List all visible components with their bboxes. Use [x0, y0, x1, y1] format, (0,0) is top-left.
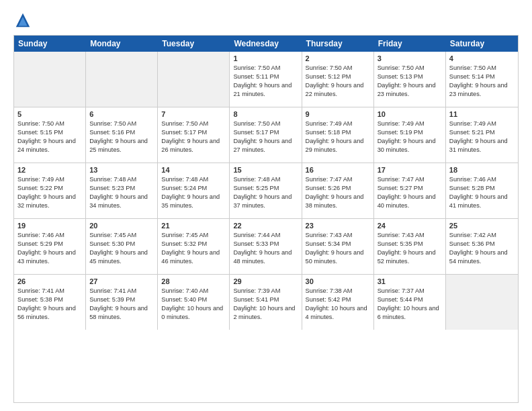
- calendar-cell-8: 8Sunrise: 7:50 AM Sunset: 5:17 PM Daylig…: [230, 107, 302, 163]
- calendar-cell-14: 14Sunrise: 7:48 AM Sunset: 5:24 PM Dayli…: [158, 163, 230, 218]
- calendar-row-3: 19Sunrise: 7:46 AM Sunset: 5:29 PM Dayli…: [14, 218, 518, 274]
- calendar-cell-empty-6: [446, 275, 518, 330]
- cell-info: Sunrise: 7:49 AM Sunset: 5:18 PM Dayligh…: [306, 120, 370, 154]
- cell-info: Sunrise: 7:43 AM Sunset: 5:35 PM Dayligh…: [378, 231, 442, 266]
- calendar-cell-22: 22Sunrise: 7:44 AM Sunset: 5:33 PM Dayli…: [230, 219, 302, 274]
- calendar-cell-23: 23Sunrise: 7:43 AM Sunset: 5:34 PM Dayli…: [302, 219, 374, 274]
- calendar-cell-12: 12Sunrise: 7:49 AM Sunset: 5:22 PM Dayli…: [14, 163, 86, 218]
- cell-info: Sunrise: 7:49 AM Sunset: 5:22 PM Dayligh…: [17, 175, 82, 210]
- calendar-row-1: 5Sunrise: 7:50 AM Sunset: 5:15 PM Daylig…: [14, 107, 518, 163]
- cell-info: Sunrise: 7:46 AM Sunset: 5:29 PM Dayligh…: [17, 231, 82, 266]
- header-day-thursday: Thursday: [302, 36, 374, 52]
- cell-info: Sunrise: 7:50 AM Sunset: 5:14 PM Dayligh…: [449, 64, 515, 99]
- header-day-sunday: Sunday: [14, 36, 86, 52]
- calendar-cell-31: 31Sunrise: 7:37 AM Sunset: 5:44 PM Dayli…: [374, 275, 446, 330]
- cell-info: Sunrise: 7:50 AM Sunset: 5:11 PM Dayligh…: [233, 64, 298, 99]
- calendar-cell-24: 24Sunrise: 7:43 AM Sunset: 5:35 PM Dayli…: [374, 219, 446, 274]
- calendar-cell-27: 27Sunrise: 7:41 AM Sunset: 5:39 PM Dayli…: [86, 275, 158, 330]
- cell-info: Sunrise: 7:50 AM Sunset: 5:17 PM Dayligh…: [233, 120, 298, 154]
- cell-info: Sunrise: 7:43 AM Sunset: 5:34 PM Dayligh…: [306, 231, 370, 266]
- calendar-body: 1Sunrise: 7:50 AM Sunset: 5:11 PM Daylig…: [14, 52, 518, 330]
- calendar-cell-1: 1Sunrise: 7:50 AM Sunset: 5:11 PM Daylig…: [230, 52, 302, 107]
- calendar-cell-18: 18Sunrise: 7:46 AM Sunset: 5:28 PM Dayli…: [446, 163, 518, 218]
- calendar-cell-10: 10Sunrise: 7:49 AM Sunset: 5:19 PM Dayli…: [374, 107, 446, 163]
- calendar-cell-9: 9Sunrise: 7:49 AM Sunset: 5:18 PM Daylig…: [302, 107, 374, 163]
- calendar-cell-empty-2: [158, 52, 230, 107]
- cell-info: Sunrise: 7:39 AM Sunset: 5:41 PM Dayligh…: [233, 287, 298, 322]
- header-day-wednesday: Wednesday: [230, 36, 302, 52]
- header-day-friday: Friday: [374, 36, 446, 52]
- calendar-cell-11: 11Sunrise: 7:49 AM Sunset: 5:21 PM Dayli…: [446, 107, 518, 163]
- cell-info: Sunrise: 7:37 AM Sunset: 5:44 PM Dayligh…: [378, 287, 442, 322]
- calendar-row-2: 12Sunrise: 7:49 AM Sunset: 5:22 PM Dayli…: [14, 163, 518, 218]
- cell-info: Sunrise: 7:50 AM Sunset: 5:13 PM Dayligh…: [378, 64, 442, 99]
- cell-info: Sunrise: 7:42 AM Sunset: 5:36 PM Dayligh…: [449, 231, 515, 266]
- calendar-header: SundayMondayTuesdayWednesdayThursdayFrid…: [14, 36, 518, 52]
- day-number: 4: [449, 54, 515, 62]
- day-number: 19: [17, 222, 82, 230]
- calendar: SundayMondayTuesdayWednesdayThursdayFrid…: [13, 35, 519, 403]
- calendar-cell-20: 20Sunrise: 7:45 AM Sunset: 5:30 PM Dayli…: [86, 219, 158, 274]
- calendar-cell-17: 17Sunrise: 7:47 AM Sunset: 5:27 PM Dayli…: [374, 163, 446, 218]
- calendar-cell-7: 7Sunrise: 7:50 AM Sunset: 5:17 PM Daylig…: [158, 107, 230, 163]
- logo: [13, 11, 35, 30]
- day-number: 11: [449, 110, 515, 118]
- calendar-cell-6: 6Sunrise: 7:50 AM Sunset: 5:16 PM Daylig…: [86, 107, 158, 163]
- day-number: 21: [161, 222, 226, 230]
- header: [13, 11, 519, 30]
- day-number: 10: [378, 110, 442, 118]
- calendar-cell-15: 15Sunrise: 7:48 AM Sunset: 5:25 PM Dayli…: [230, 163, 302, 218]
- day-number: 17: [378, 166, 442, 174]
- calendar-cell-26: 26Sunrise: 7:41 AM Sunset: 5:38 PM Dayli…: [14, 275, 86, 330]
- day-number: 24: [378, 222, 442, 230]
- day-number: 7: [161, 110, 226, 118]
- calendar-cell-30: 30Sunrise: 7:38 AM Sunset: 5:42 PM Dayli…: [302, 275, 374, 330]
- cell-info: Sunrise: 7:44 AM Sunset: 5:33 PM Dayligh…: [233, 231, 298, 266]
- cell-info: Sunrise: 7:49 AM Sunset: 5:21 PM Dayligh…: [449, 120, 515, 154]
- day-number: 8: [233, 110, 298, 118]
- cell-info: Sunrise: 7:50 AM Sunset: 5:17 PM Dayligh…: [161, 120, 226, 154]
- day-number: 25: [449, 222, 515, 230]
- cell-info: Sunrise: 7:41 AM Sunset: 5:39 PM Dayligh…: [89, 287, 154, 322]
- header-day-tuesday: Tuesday: [158, 36, 230, 52]
- cell-info: Sunrise: 7:45 AM Sunset: 5:32 PM Dayligh…: [161, 231, 226, 266]
- day-number: 2: [306, 54, 370, 62]
- calendar-cell-2: 2Sunrise: 7:50 AM Sunset: 5:12 PM Daylig…: [302, 52, 374, 107]
- day-number: 20: [89, 222, 154, 230]
- cell-info: Sunrise: 7:50 AM Sunset: 5:12 PM Dayligh…: [306, 64, 370, 99]
- day-number: 16: [306, 166, 370, 174]
- cell-info: Sunrise: 7:46 AM Sunset: 5:28 PM Dayligh…: [449, 175, 515, 210]
- day-number: 13: [89, 166, 154, 174]
- calendar-cell-13: 13Sunrise: 7:48 AM Sunset: 5:23 PM Dayli…: [86, 163, 158, 218]
- cell-info: Sunrise: 7:40 AM Sunset: 5:40 PM Dayligh…: [161, 287, 226, 322]
- calendar-cell-21: 21Sunrise: 7:45 AM Sunset: 5:32 PM Dayli…: [158, 219, 230, 274]
- cell-info: Sunrise: 7:48 AM Sunset: 5:25 PM Dayligh…: [233, 175, 298, 210]
- day-number: 23: [306, 222, 370, 230]
- day-number: 5: [17, 110, 82, 118]
- cell-info: Sunrise: 7:48 AM Sunset: 5:23 PM Dayligh…: [89, 175, 154, 210]
- cell-info: Sunrise: 7:50 AM Sunset: 5:15 PM Dayligh…: [17, 120, 82, 154]
- day-number: 28: [161, 277, 226, 285]
- day-number: 29: [233, 277, 298, 285]
- cell-info: Sunrise: 7:41 AM Sunset: 5:38 PM Dayligh…: [17, 287, 82, 322]
- calendar-cell-empty-0: [14, 52, 86, 107]
- day-number: 27: [89, 277, 154, 285]
- day-number: 30: [306, 277, 370, 285]
- cell-info: Sunrise: 7:38 AM Sunset: 5:42 PM Dayligh…: [306, 287, 370, 322]
- calendar-cell-16: 16Sunrise: 7:47 AM Sunset: 5:26 PM Dayli…: [302, 163, 374, 218]
- header-day-saturday: Saturday: [446, 36, 518, 52]
- day-number: 22: [233, 222, 298, 230]
- cell-info: Sunrise: 7:45 AM Sunset: 5:30 PM Dayligh…: [89, 231, 154, 266]
- cell-info: Sunrise: 7:47 AM Sunset: 5:27 PM Dayligh…: [378, 175, 442, 210]
- logo-icon: [13, 11, 32, 30]
- day-number: 14: [161, 166, 226, 174]
- day-number: 18: [449, 166, 515, 174]
- day-number: 1: [233, 54, 298, 62]
- cell-info: Sunrise: 7:48 AM Sunset: 5:24 PM Dayligh…: [161, 175, 226, 210]
- cell-info: Sunrise: 7:50 AM Sunset: 5:16 PM Dayligh…: [89, 120, 154, 154]
- day-number: 3: [378, 54, 442, 62]
- day-number: 9: [306, 110, 370, 118]
- calendar-row-4: 26Sunrise: 7:41 AM Sunset: 5:38 PM Dayli…: [14, 274, 518, 330]
- cell-info: Sunrise: 7:47 AM Sunset: 5:26 PM Dayligh…: [306, 175, 370, 210]
- calendar-cell-3: 3Sunrise: 7:50 AM Sunset: 5:13 PM Daylig…: [374, 52, 446, 107]
